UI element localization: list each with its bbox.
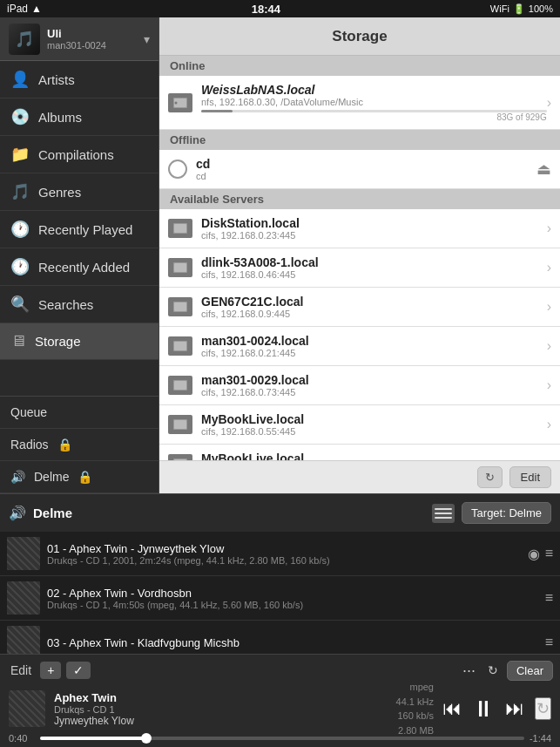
avatar: 🎵 [9, 24, 40, 55]
man301-29-sub: cifs, 192.168.0.73:445 [201, 387, 547, 397]
queue-track-2[interactable]: 02 - Aphex Twin - Vordhosbn Drukqs - CD … [0, 576, 560, 621]
add-button[interactable]: + [40, 662, 61, 679]
lines-icon-2[interactable]: ≡ [545, 590, 553, 606]
battery-level: 100% [529, 3, 553, 14]
refresh-button[interactable]: ↻ [477, 466, 503, 488]
progress-track[interactable] [40, 737, 524, 740]
storage-item-gen67[interactable]: GEN67C21C.local cifs, 192.168.0.9:445 › [159, 288, 560, 327]
mybooklive2-info: MyBookLive.local nfs, 192.168.0.55:2049 [201, 452, 547, 460]
delme-label: Delme [34, 470, 69, 484]
sidebar-item-artists[interactable]: 👤 Artists [0, 61, 159, 98]
queue-track-1-sub: Drukqs - CD 1, 2001, 2m:24s (mpeg, 44.1 … [47, 555, 521, 566]
storage-item-man301-29[interactable]: man301-0029.local cifs, 192.168.0.73:445… [159, 366, 560, 405]
refresh-ctrl-button[interactable]: ↻ [484, 662, 502, 679]
storage-item-mybooklive-1[interactable]: MyBookLive.local cifs, 192.168.0.55:445 … [159, 405, 560, 445]
clear-button[interactable]: Clear [507, 661, 553, 681]
wifi-signal-icon: WiFi [490, 3, 509, 14]
queue-track-3-info: 03 - Aphex Twin - Kladfvgbung Micshb [47, 636, 538, 649]
recently-added-icon: 🕐 [10, 257, 30, 276]
artists-icon: 👤 [10, 70, 30, 89]
radios-label: Radios [10, 438, 49, 452]
queue-track-3-title: 03 - Aphex Twin - Kladfvgbung Micshb [47, 636, 538, 649]
progress-fill [40, 737, 146, 740]
sidebar-header[interactable]: 🎵 Uli man301-0024 ▾ [0, 17, 159, 61]
queue-icon[interactable] [432, 504, 455, 523]
dlink-sub: cifs, 192.168.0.46:445 [201, 269, 547, 280]
queue-track-1-title: 01 - Aphex Twin - Jynweythek Ylow [47, 542, 521, 555]
queue-track-3-controls: ≡ [545, 635, 553, 650]
queue-panel: 01 - Aphex Twin - Jynweythek Ylow Drukqs… [0, 532, 560, 654]
queue-track-2-title: 02 - Aphex Twin - Vordhosbn [47, 587, 538, 600]
progress-bar-container: 0:40 -1:44 [0, 731, 560, 747]
lock-icon-2: 🔒 [78, 470, 92, 484]
recently-played-label: Recently Played [38, 222, 132, 237]
queue-track-1[interactable]: 01 - Aphex Twin - Jynweythek Ylow Drukqs… [0, 532, 560, 576]
sidebar-item-genres[interactable]: 🎵 Genres [0, 173, 159, 211]
weisslab-name: WeissLabNAS.local [201, 83, 547, 97]
storage-item-weisslab[interactable]: WeissLabNAS.local nfs, 192.168.0.30, /Da… [159, 76, 560, 130]
sidebar-item-radios[interactable]: Radios 🔒 [0, 429, 159, 461]
prev-button[interactable]: ⏮ [442, 697, 462, 720]
man301-29-name: man301-0029.local [201, 373, 547, 387]
storage-label: Storage [35, 334, 81, 349]
main-content: 🎵 Uli man301-0024 ▾ 👤 Artists 💿 Albums [0, 17, 560, 493]
dlink-info: dlink-53A008-1.local cifs, 192.168.0.46:… [201, 255, 547, 280]
svg-point-2 [175, 101, 178, 104]
nas-icon [168, 93, 192, 112]
track-album: Drukqs - CD 1 [54, 704, 388, 715]
check-button[interactable]: ✓ [66, 662, 91, 679]
sidebar-item-queue[interactable]: Queue [0, 397, 159, 429]
recently-played-icon: 🕐 [10, 220, 30, 239]
track-meta: Aphex Twin Drukqs - CD 1 Jynweythek Ylow [54, 691, 388, 727]
track-info-bar: Aphex Twin Drukqs - CD 1 Jynweythek Ylow… [0, 686, 560, 731]
storage-item-diskstation[interactable]: DiskStation.local cifs, 192.168.0.23:445… [159, 209, 560, 248]
edit-ctrl-button[interactable]: Edit [7, 662, 35, 679]
lines-icon-1[interactable]: ≡ [545, 546, 553, 561]
now-playing-title: Delme [33, 506, 425, 520]
gen67-name: GEN67C21C.local [201, 295, 547, 309]
weisslab-sub: nfs, 192.168.0.30, /DataVolume/Music [201, 97, 547, 107]
sidebar-item-compilations[interactable]: 📁 Compilations [0, 136, 159, 173]
mybooklive1-name: MyBookLive.local [201, 412, 547, 426]
storage-item-cd[interactable]: cd cd ⏏ [159, 150, 560, 189]
albums-label: Albums [38, 110, 82, 125]
queue-label: Queue [10, 405, 47, 419]
queue-track-2-sub: Drukqs - CD 1, 4m:50s (mpeg, 44.1 kHz, 5… [47, 600, 538, 610]
dot-icon-1[interactable]: ◉ [528, 546, 540, 562]
weisslab-info: WeissLabNAS.local nfs, 192.168.0.30, /Da… [201, 83, 547, 122]
target-button[interactable]: Target: Delme [462, 502, 551, 524]
chevron-down-icon: ▾ [144, 32, 150, 46]
pause-button[interactable]: ⏸ [472, 696, 495, 723]
next-button[interactable]: ⏭ [505, 697, 524, 720]
sidebar-item-searches[interactable]: 🔍 Searches [0, 286, 159, 323]
compilations-label: Compilations [38, 147, 114, 162]
user-subtitle: man301-0024 [47, 40, 137, 51]
storage-item-man301-24[interactable]: man301-0024.local cifs, 192.168.0.21:445… [159, 327, 560, 366]
battery-icon: 🔋 [513, 3, 525, 15]
sidebar-item-albums[interactable]: 💿 Albums [0, 98, 159, 136]
lines-icon-3[interactable]: ≡ [545, 635, 553, 650]
edit-button[interactable]: Edit [509, 466, 551, 488]
sidebar-item-recently-played[interactable]: 🕐 Recently Played [0, 211, 159, 248]
queue-line-2 [435, 513, 452, 514]
queue-track-3[interactable]: 03 - Aphex Twin - Kladfvgbung Micshb ≡ [0, 621, 560, 654]
queue-track-2-info: 02 - Aphex Twin - Vordhosbn Drukqs - CD … [47, 587, 538, 610]
storage-list: Online WeissLabNAS.local nfs, 192.168.0.… [159, 56, 560, 460]
chevron-right-icon-4: › [547, 299, 551, 315]
track-stats: mpeg 44.1 kHz 160 kb/s 2.80 MB [396, 680, 434, 737]
storage-item-dlink[interactable]: dlink-53A008-1.local cifs, 192.168.0.46:… [159, 248, 560, 288]
chevron-right-icon-5: › [547, 338, 551, 354]
compilations-icon: 📁 [10, 145, 30, 164]
sidebar-item-recently-added[interactable]: 🕐 Recently Added [0, 248, 159, 286]
repeat-button[interactable]: ↻ [535, 697, 551, 720]
status-right: WiFi 🔋 100% [490, 3, 553, 15]
sidebar-nav: 👤 Artists 💿 Albums 📁 Compilations 🎵 Genr… [0, 61, 159, 396]
progress-current: 0:40 [9, 733, 35, 744]
storage-item-mybooklive-2[interactable]: MyBookLive.local nfs, 192.168.0.55:2049 … [159, 445, 560, 460]
dots-button[interactable]: ··· [459, 660, 479, 682]
progress-thumb[interactable] [141, 733, 152, 744]
playback-controls: ⏮ ⏸ ⏭ ↻ [442, 696, 551, 723]
sidebar-item-storage[interactable]: 🖥 Storage [0, 323, 159, 360]
sidebar-item-delme[interactable]: 🔊 Delme 🔒 [0, 461, 159, 493]
queue-line-3 [435, 517, 452, 519]
